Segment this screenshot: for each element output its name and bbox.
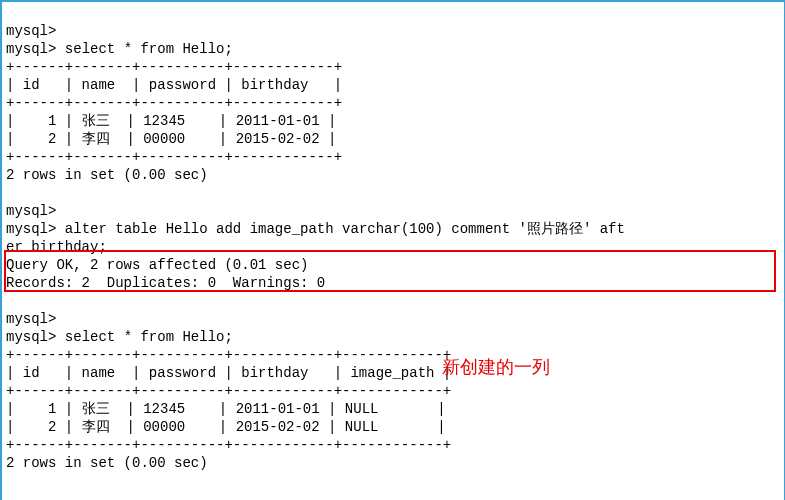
records-line: Records: 2 Duplicates: 0 Warnings: 0 xyxy=(6,275,325,291)
mysql-prompt: mysql> xyxy=(6,41,56,57)
table-border: +------+-------+----------+------------+… xyxy=(6,347,451,363)
table-border: +------+-------+----------+------------+ xyxy=(6,95,342,111)
annotation-label: 新创建的一列 xyxy=(442,358,550,376)
rows-in-set: 2 rows in set (0.00 sec) xyxy=(6,455,208,471)
table-header: | id | name | password | birthday | imag… xyxy=(6,365,451,381)
mysql-prompt: mysql> xyxy=(6,221,56,237)
table-row: | 2 | 李四 | 00000 | 2015-02-02 | NULL | xyxy=(6,419,446,435)
query-ok: Query OK, 2 rows affected (0.01 sec) xyxy=(6,257,308,273)
table-row: | 1 | 张三 | 12345 | 2011-01-01 | NULL | xyxy=(6,401,446,417)
mysql-prompt: mysql> xyxy=(6,203,56,219)
sql-command-alter-1: alter table Hello add image_path varchar… xyxy=(65,221,625,237)
table-border: +------+-------+----------+------------+ xyxy=(6,59,342,75)
table-header: | id | name | password | birthday | xyxy=(6,77,342,93)
sql-command: select * from Hello; xyxy=(65,329,233,345)
mysql-prompt: mysql> xyxy=(6,23,56,39)
sql-command: select * from Hello; xyxy=(65,41,233,57)
terminal-window[interactable]: mysql> mysql> select * from Hello; +----… xyxy=(0,0,785,500)
mysql-prompt: mysql> xyxy=(6,329,56,345)
table-border: +------+-------+----------+------------+ xyxy=(6,149,342,165)
table-border: +------+-------+----------+------------+… xyxy=(6,437,451,453)
table-row: | 2 | 李四 | 00000 | 2015-02-02 | xyxy=(6,131,336,147)
mysql-prompt: mysql> xyxy=(6,311,56,327)
table-row: | 1 | 张三 | 12345 | 2011-01-01 | xyxy=(6,113,336,129)
rows-in-set: 2 rows in set (0.00 sec) xyxy=(6,167,208,183)
sql-command-alter-2: er birthday; xyxy=(6,239,107,255)
table-border: +------+-------+----------+------------+… xyxy=(6,383,451,399)
